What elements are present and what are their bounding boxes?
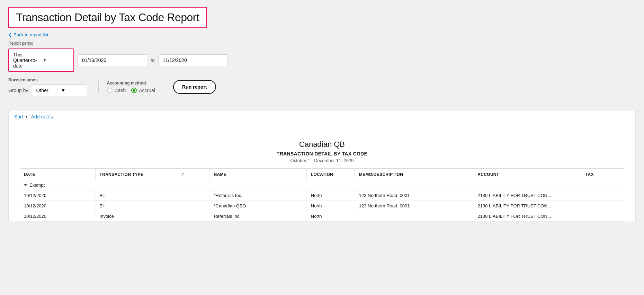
- col-header-name: NAME: [209, 169, 306, 180]
- company-name: Canadian QB: [20, 140, 624, 149]
- cell-memo: [355, 211, 473, 222]
- to-label: to: [151, 57, 155, 63]
- cell-num: [177, 190, 209, 201]
- accrual-radio-button[interactable]: [131, 88, 137, 93]
- expand-icon: [24, 184, 27, 186]
- cell-name: *Referrals Inc.: [209, 190, 306, 201]
- report-period-label: Report period: [8, 41, 636, 46]
- cash-radio-button[interactable]: [107, 88, 113, 93]
- table-row[interactable]: 10/12/2020InvoiceReferrals Inc.North2130…: [20, 211, 624, 222]
- cell-date: 10/12/2020: [20, 190, 95, 201]
- cell-date: 10/12/2020: [20, 201, 95, 211]
- period-dropdown-value: This Quarter-to-date: [13, 52, 40, 69]
- group-by-row: Group by Other ▼: [8, 84, 87, 96]
- report-center-header: Canadian QB TRANSACTION DETAIL BY TAX CO…: [20, 132, 624, 169]
- cell-tax: [581, 190, 624, 201]
- run-report-button[interactable]: Run report: [173, 80, 216, 94]
- col-header-location: LOCATION: [306, 169, 355, 180]
- cell-num: [177, 201, 209, 211]
- period-row: This Quarter-to-date ▼ to: [8, 48, 636, 72]
- cell-tax: [581, 211, 624, 222]
- report-body: Canadian QB TRANSACTION DETAIL BY TAX CO…: [9, 123, 635, 222]
- cell-name: Referrals Inc.: [209, 211, 306, 222]
- toolbar-row: Sort ▼ Add notes: [9, 110, 635, 123]
- back-to-report-list-link[interactable]: ❮ Back to report list: [8, 32, 636, 37]
- add-notes-button[interactable]: Add notes: [31, 114, 53, 119]
- cell-type: Bill: [95, 190, 177, 201]
- date-from-input[interactable]: [78, 54, 147, 66]
- cell-date: 10/12/2020: [20, 211, 95, 222]
- col-header-date: DATE: [20, 169, 95, 180]
- group-by-dropdown[interactable]: Other ▼: [32, 84, 87, 96]
- rows-columns-section: Rows/columns Group by Other ▼: [8, 78, 87, 96]
- accounting-radio-row: Cash Accrual: [107, 88, 155, 93]
- report-content: Sort ▼ Add notes Canadian QB TRANSACTION…: [8, 110, 636, 222]
- col-header-type: TRANSACTION TYPE: [95, 169, 177, 180]
- group-by-value: Other: [36, 88, 58, 93]
- col-header-tax: TAX: [581, 169, 624, 180]
- period-dropdown[interactable]: This Quarter-to-date ▼: [8, 48, 74, 72]
- page-title: Transaction Detail by Tax Code Report: [16, 11, 199, 24]
- options-row: Rows/columns Group by Other ▼ Accounting…: [8, 78, 636, 96]
- cell-type: Invoice: [95, 211, 177, 222]
- cell-name: *Canadian QBO: [209, 201, 306, 211]
- report-title-box: Transaction Detail by Tax Code Report: [8, 7, 207, 28]
- cell-location: North: [306, 211, 355, 222]
- cell-location: North: [306, 201, 355, 211]
- report-date-range: October 1 - December 11, 2020: [20, 158, 624, 163]
- cell-num: [177, 211, 209, 222]
- sort-button[interactable]: Sort ▼: [14, 114, 28, 119]
- cell-tax: [581, 201, 624, 211]
- cell-account: 2130 LIABILITY FOR TRUST CON...: [473, 201, 581, 211]
- accounting-method-section: Accounting method Cash Accrual: [98, 81, 155, 93]
- chevron-left-icon: ❮: [8, 32, 12, 37]
- accounting-method-label: Accounting method: [107, 81, 155, 86]
- chevron-down-icon: ▼: [43, 58, 69, 63]
- col-header-num: #: [177, 169, 209, 180]
- chevron-down-icon: ▼: [61, 88, 83, 93]
- cell-account: 2130 LIABILITY FOR TRUST CON...: [473, 190, 581, 201]
- date-to-input[interactable]: [158, 54, 228, 66]
- col-header-account: ACCOUNT: [473, 169, 581, 180]
- report-type-title: TRANSACTION DETAIL BY TAX CODE: [20, 151, 624, 157]
- cell-account: 2130 LIABILITY FOR TRUST CON...: [473, 211, 581, 222]
- table-row[interactable]: 10/12/2020Bill*Referrals Inc.North123 No…: [20, 190, 624, 201]
- table-group-row[interactable]: Exempt: [20, 180, 624, 190]
- cell-type: Bill: [95, 201, 177, 211]
- accrual-label: Accrual: [139, 88, 155, 93]
- cash-label: Cash: [115, 88, 126, 93]
- sort-label: Sort: [14, 114, 23, 119]
- cell-location: North: [306, 190, 355, 201]
- report-table: DATE TRANSACTION TYPE # NAME LOCATION ME…: [20, 169, 624, 222]
- group-by-label: Group by: [8, 88, 28, 93]
- col-header-memo: MEMO/DESCRIPTION: [355, 169, 473, 180]
- chevron-down-icon: ▼: [25, 115, 28, 119]
- page-wrapper: Transaction Detail by Tax Code Report ❮ …: [0, 0, 644, 295]
- cash-radio-option[interactable]: Cash: [107, 88, 126, 93]
- cell-memo: 123 Northern Road, 0001: [355, 190, 473, 201]
- cell-memo: 123 Northern Road, 0001: [355, 201, 473, 211]
- rows-columns-label: Rows/columns: [8, 78, 87, 82]
- accrual-radio-option[interactable]: Accrual: [131, 88, 155, 93]
- table-row[interactable]: 10/12/2020Bill*Canadian QBONorth123 Nort…: [20, 201, 624, 211]
- table-header-row: DATE TRANSACTION TYPE # NAME LOCATION ME…: [20, 169, 624, 180]
- group-label: Exempt: [24, 182, 620, 188]
- header-section: Transaction Detail by Tax Code Report ❮ …: [8, 7, 636, 107]
